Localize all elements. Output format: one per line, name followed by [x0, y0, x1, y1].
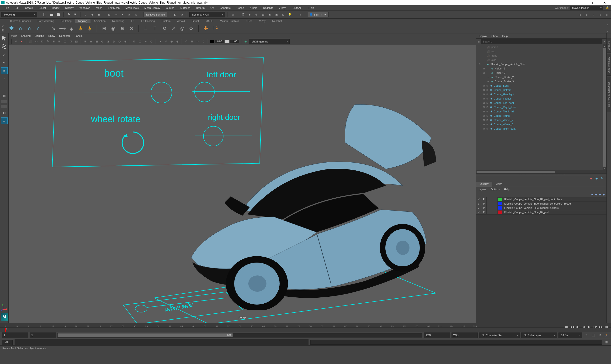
constraint-parent-icon[interactable]: ⟘: [142, 25, 150, 32]
paint-weights-icon[interactable]: ⊕: [118, 25, 126, 32]
smooth-shade-icon[interactable]: ■: [89, 39, 93, 44]
default-material-icon[interactable]: ●: [158, 39, 163, 44]
sidebar-toggle-3-icon[interactable]: ▯: [591, 12, 596, 17]
menu-set-dropdown[interactable]: Modeling: [1, 12, 37, 17]
four-view-icon[interactable]: [1, 100, 4, 103]
outliner-coupe-rightdoor[interactable]: ⊞⊞✱Coupe_Right_door: [476, 105, 603, 109]
outliner-tree[interactable]: 🎥persp 🎥top 🎥front 🎥side ⊟◈Electric_Coup…: [476, 44, 603, 170]
outliner-coupe-trunklid[interactable]: ⊞⊞✱Coupe_Trunk_lid: [476, 109, 603, 114]
snap-grid-icon[interactable]: ⊞: [106, 12, 112, 17]
select-component-icon[interactable]: ▣: [96, 12, 102, 17]
light-editor-icon[interactable]: 💡: [287, 12, 292, 17]
pose-editor-icon[interactable]: ⟘²: [211, 25, 219, 32]
menu-redshift[interactable]: Redshift: [260, 5, 275, 11]
layer-name[interactable]: Electric_Coupe_Vehicle_Blue_Rigged_contr…: [503, 202, 607, 205]
constraint-scale-icon[interactable]: ⤢: [169, 25, 177, 32]
channel-icon-1[interactable]: ◆: [590, 177, 594, 181]
menu-windows[interactable]: Windows: [77, 5, 93, 11]
wireframe-icon[interactable]: ⊞: [83, 39, 88, 44]
textured-icon[interactable]: ▦: [94, 39, 99, 44]
bind-skin-icon[interactable]: ⊞: [100, 25, 108, 32]
layer-blank-1[interactable]: [487, 197, 492, 201]
vtab-channel-box[interactable]: Channel Box / Layer Editor: [607, 77, 611, 111]
layer-blank-1[interactable]: [487, 201, 492, 206]
snap-point-icon[interactable]: •: [120, 12, 125, 17]
playback-loop-icon[interactable]: ⟲: [597, 333, 602, 338]
layer-row[interactable]: V P Electric_Coupe_Vehicle_Blue_Rigged_c…: [476, 197, 607, 202]
shelf-tab-animation[interactable]: Animation: [91, 19, 109, 23]
layer-row[interactable]: V P Electric_Coupe_Vehicle_Blue_Rigged: [476, 210, 607, 215]
ik-spline-icon[interactable]: ⟿: [58, 25, 66, 32]
snap-live-icon[interactable]: ◎: [133, 12, 139, 17]
ipr-render-icon[interactable]: ▶: [247, 12, 252, 17]
layer-row[interactable]: V P Electric_Coupe_Vehicle_Blue_Rigged_h…: [476, 206, 607, 210]
outliner-brake-3[interactable]: ─◈Coupe_Brake_3: [476, 79, 603, 84]
shelf-tab-custom[interactable]: Custom: [158, 19, 174, 23]
layer-create-icon[interactable]: ◆: [603, 193, 605, 196]
gamma-field[interactable]: 1.00: [230, 40, 239, 43]
xray-icon[interactable]: ◫: [138, 39, 142, 44]
time-current-marker[interactable]: [5, 328, 6, 332]
shelf-tab-mash[interactable]: MASH: [202, 19, 217, 23]
background-icon[interactable]: ▯: [201, 39, 206, 44]
isolate-select-icon[interactable]: ⊡: [132, 39, 137, 44]
interactive-bind-icon[interactable]: ◉: [109, 25, 117, 32]
grid-icon[interactable]: ⊞: [190, 39, 194, 44]
step-forward-key-button[interactable]: ▶▶: [598, 324, 603, 329]
outliner-menu-show[interactable]: Show: [491, 35, 498, 38]
joint-tool-icon[interactable]: ✱: [8, 25, 15, 32]
shelf-tab-sculpt[interactable]: Sculpting: [58, 19, 75, 23]
menu-vray[interactable]: V-Ray: [275, 5, 288, 11]
outliner-camera-side[interactable]: 🎥side: [476, 58, 603, 62]
outliner-filter-icon[interactable]: ⊞: [478, 40, 480, 43]
menu-edit-mesh[interactable]: Edit Mesh: [105, 5, 122, 11]
layer-blank-1[interactable]: [487, 210, 492, 214]
goto-start-button[interactable]: ⏮: [564, 324, 569, 329]
xray-joints-icon[interactable]: ✦: [143, 39, 148, 44]
shelf-layout-icon[interactable]: ◧: [1, 29, 5, 32]
mel-input[interactable]: [14, 339, 309, 345]
character-set-dropdown[interactable]: No Character Set: [479, 333, 520, 338]
menu-edit[interactable]: Edit: [12, 5, 22, 11]
render-sequence-icon[interactable]: ▦: [260, 12, 266, 17]
goto-end-button[interactable]: ⏭: [604, 324, 609, 329]
render-settings-icon[interactable]: ⚙: [254, 12, 259, 17]
new-scene-icon[interactable]: [42, 12, 48, 17]
menu-3dtoall[interactable]: ~3DtoAll~: [288, 5, 306, 11]
channel-icon-2[interactable]: ◉: [596, 177, 599, 181]
film-gate-icon[interactable]: ⊞: [51, 39, 56, 44]
close-button[interactable]: ✕: [599, 0, 610, 5]
shadows-icon[interactable]: ◑: [106, 39, 111, 44]
mirror-joint-icon[interactable]: ⌂: [35, 25, 42, 32]
layer-vis-toggle[interactable]: V: [476, 197, 481, 201]
select-tool[interactable]: [1, 35, 8, 41]
toggle-isolate-icon[interactable]: ◐: [172, 12, 178, 17]
menu-deform[interactable]: Deform: [193, 5, 208, 11]
layer-playback-toggle[interactable]: P: [481, 210, 487, 214]
constraint-aim-icon[interactable]: ◎: [178, 25, 186, 32]
ao-icon[interactable]: ◎: [117, 39, 122, 44]
scale-tool[interactable]: ▫: [1, 76, 8, 82]
shelf-tab-curves[interactable]: Curves / Surfaces: [7, 19, 34, 23]
hypershade-icon[interactable]: ◉: [267, 12, 273, 17]
gamma-color[interactable]: [225, 40, 229, 43]
range-end-inner[interactable]: [424, 333, 450, 338]
rig-wheel-rotate-control[interactable]: [118, 129, 147, 157]
layer-tab-anim[interactable]: Anim: [492, 182, 506, 187]
outliner-camera-front[interactable]: 🎥front: [476, 53, 603, 58]
outliner-coupe-interior[interactable]: ⊞⊞✱Coupe_Interior: [476, 96, 603, 101]
redo-icon[interactable]: [73, 12, 78, 17]
playblast-icon[interactable]: ▣: [274, 12, 279, 17]
panel-menu-lighting[interactable]: Lighting: [35, 34, 44, 37]
fps-dropdown[interactable]: 24 fps: [559, 333, 582, 338]
menu-uv[interactable]: UV: [208, 5, 217, 11]
menu-file[interactable]: File: [2, 5, 12, 11]
view-transform-dropdown[interactable]: sRGB gamma: [249, 39, 290, 44]
construction-history-icon[interactable]: ⧉: [230, 12, 235, 17]
shelf-tab-poly[interactable]: Poly Modeling: [34, 19, 57, 23]
layer-move-up-icon[interactable]: ◀: [591, 193, 593, 196]
layer-playback-toggle[interactable]: P: [481, 197, 487, 201]
time-slider[interactable]: 1369121518212427303336394245485154576063…: [0, 323, 611, 332]
menu-mesh-display[interactable]: Mesh Display: [142, 5, 163, 11]
anim-layer-dropdown[interactable]: No Anim Layer: [521, 333, 557, 338]
